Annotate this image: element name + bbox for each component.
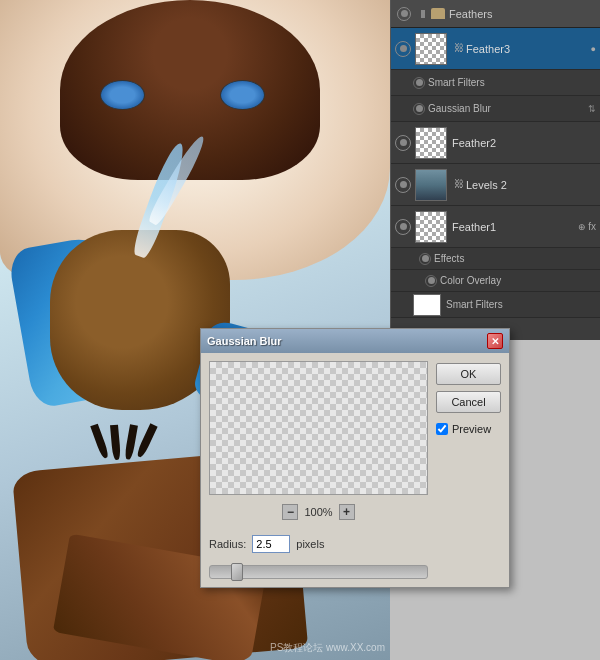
layer-name-levels2: Levels 2 bbox=[466, 179, 596, 191]
sub-layer-name-gaussian: Gaussian Blur bbox=[428, 103, 588, 114]
sub-layer-smart-filters-2-name: Smart Filters bbox=[446, 299, 596, 310]
radius-slider[interactable] bbox=[209, 565, 428, 579]
sub-layer-color-overlay: Color Overlay bbox=[391, 270, 600, 292]
sub-thumb-smart-filters-2 bbox=[413, 294, 441, 316]
dialog-preview-canvas[interactable] bbox=[209, 361, 428, 495]
preview-checkbox-row: Preview bbox=[436, 423, 501, 435]
panel-folder-icon bbox=[431, 8, 445, 19]
gaussian-blur-dialog: Gaussian Blur ✕ − 100% + Radius: pixels bbox=[200, 328, 510, 588]
sub-layer-effects-label: Effects bbox=[391, 248, 600, 270]
watermark-text: PS教程论坛 www.XX.com bbox=[270, 641, 385, 655]
radius-unit-label: pixels bbox=[296, 538, 324, 550]
artwork-claw bbox=[80, 420, 200, 460]
ok-button[interactable]: OK bbox=[436, 363, 501, 385]
artwork-eye-right bbox=[220, 80, 265, 110]
layer-link-levels2: ⛓ bbox=[454, 178, 464, 192]
sub-layer-gaussian-blur[interactable]: Gaussian Blur ⇅ bbox=[391, 96, 600, 122]
artwork-eye-left bbox=[100, 80, 145, 110]
zoom-value-label: 100% bbox=[304, 506, 332, 518]
sub-eye-gaussian[interactable] bbox=[413, 103, 425, 115]
dialog-titlebar: Gaussian Blur ✕ bbox=[201, 329, 509, 353]
panel-header: Feathers bbox=[391, 0, 600, 28]
sub-layer-smart-filters-1: Smart Filters bbox=[391, 70, 600, 96]
dialog-body: − 100% + Radius: pixels OK Cancel Previe… bbox=[201, 353, 509, 587]
cancel-button[interactable]: Cancel bbox=[436, 391, 501, 413]
layer-thumb-levels2 bbox=[415, 169, 447, 201]
layer-eye-feather3[interactable] bbox=[395, 41, 411, 57]
zoom-in-button[interactable]: + bbox=[339, 504, 355, 520]
sub-layer-effects-label-text: Effects bbox=[434, 253, 596, 264]
zoom-controls: − 100% + bbox=[209, 501, 428, 523]
layer-row-feather1[interactable]: Feather1 ⊕ fx bbox=[391, 206, 600, 248]
layer-thumb-feather2 bbox=[415, 127, 447, 159]
layer-settings-feather3[interactable]: ● bbox=[591, 44, 596, 54]
layers-panel: Feathers ⛓ Feather3 ● Smart Filters Gaus… bbox=[390, 0, 600, 340]
layer-row-feather2[interactable]: Feather2 bbox=[391, 122, 600, 164]
sub-eye-smart-filters-1[interactable] bbox=[413, 77, 425, 89]
radius-input[interactable] bbox=[252, 535, 290, 553]
layer-link-feather3: ⛓ bbox=[454, 42, 464, 56]
radius-label: Radius: bbox=[209, 538, 246, 550]
radius-row: Radius: pixels bbox=[209, 531, 428, 557]
panel-arrow-icon bbox=[421, 10, 425, 18]
dialog-preview-section: − 100% + Radius: pixels bbox=[209, 361, 428, 579]
radius-slider-row bbox=[209, 565, 428, 579]
preview-checkbox[interactable] bbox=[436, 423, 448, 435]
sub-eye-color-overlay[interactable] bbox=[425, 275, 437, 287]
preview-label: Preview bbox=[452, 423, 491, 435]
layer-name-feather3: Feather3 bbox=[466, 43, 591, 55]
layer-eye-feather1[interactable] bbox=[395, 219, 411, 235]
panel-title: Feathers bbox=[449, 8, 594, 20]
layer-eye-feather2[interactable] bbox=[395, 135, 411, 151]
panel-visibility-icon[interactable] bbox=[397, 7, 411, 21]
layer-name-feather1: Feather1 bbox=[452, 221, 576, 233]
layer-eye-levels2[interactable] bbox=[395, 177, 411, 193]
sub-eye-effects[interactable] bbox=[419, 253, 431, 265]
sub-layer-arrow-gaussian: ⇅ bbox=[588, 104, 596, 114]
sub-layer-name-smart-filters-1: Smart Filters bbox=[428, 77, 596, 88]
layer-thumb-feather3 bbox=[415, 33, 447, 65]
dialog-close-button[interactable]: ✕ bbox=[487, 333, 503, 349]
sub-layer-smart-filters-2: Smart Filters bbox=[391, 292, 600, 318]
sub-layer-color-overlay-name: Color Overlay bbox=[440, 275, 596, 286]
zoom-out-button[interactable]: − bbox=[282, 504, 298, 520]
layer-thumb-feather1 bbox=[415, 211, 447, 243]
layer-name-feather2: Feather2 bbox=[452, 137, 596, 149]
dialog-title: Gaussian Blur bbox=[207, 335, 282, 347]
layer-fx-icon-feather1: fx bbox=[588, 221, 596, 232]
layer-row-feather3[interactable]: ⛓ Feather3 ● bbox=[391, 28, 600, 70]
dialog-buttons: OK Cancel Preview bbox=[436, 361, 501, 579]
layer-row-levels2[interactable]: ⛓ Levels 2 bbox=[391, 164, 600, 206]
layer-fx-badge-feather1: ⊕ bbox=[578, 222, 586, 232]
